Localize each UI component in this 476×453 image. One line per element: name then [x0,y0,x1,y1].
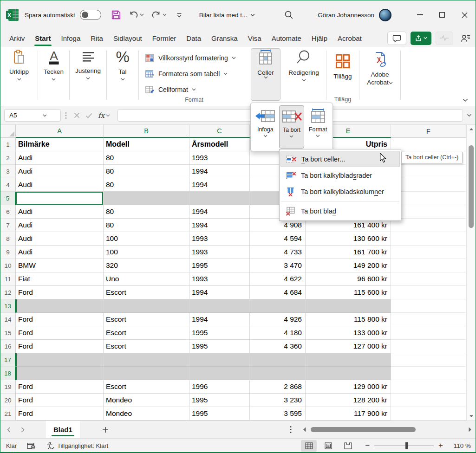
cell-a15[interactable]: Ford [16,326,104,340]
cell-e13[interactable] [306,299,391,313]
cell-c5[interactable] [189,192,250,205]
flyout-button-format[interactable]: Format [305,105,331,149]
cell-e16[interactable]: 127 000 kr [306,340,391,353]
insert-function-button[interactable]: fx [98,111,110,120]
cell-e20[interactable]: 128 200 kr [306,394,391,407]
chevron-down-icon[interactable] [163,13,167,16]
cell-d15[interactable]: 4 180 [250,326,306,340]
cell-a13[interactable] [16,299,104,313]
cell-a17[interactable] [16,353,104,367]
cell-b13[interactable] [104,299,189,313]
cell-e14[interactable]: 115 800 kr [306,313,391,326]
cell-a12[interactable]: Ford [16,286,104,299]
cell-b1[interactable]: Modell [104,138,189,151]
cell-d16[interactable]: 4 360 [250,340,306,353]
cell-d10[interactable]: 3 470 [250,259,306,272]
cancel-icon[interactable] [74,112,80,118]
column-header-b[interactable]: B [104,125,189,138]
cell-b3[interactable]: 80 [104,165,189,178]
cell-c15[interactable]: 1995 [189,326,250,340]
row-header-12[interactable]: 12 [0,286,16,299]
cell-e12[interactable]: 115 600 kr [306,286,391,299]
autosave-toggle[interactable] [80,10,101,20]
cell-a14[interactable]: Ford [16,313,104,326]
cell-e10[interactable]: 149 200 kr [306,259,391,272]
cell-c6[interactable]: 1994 [189,205,250,219]
cell-d11[interactable]: 4 622 [250,272,306,286]
menu-item-ta-bort-kalkylbladskolumner[interactable]: Ta bort kalkylbladskolumner [280,183,400,200]
cell-c18[interactable] [189,367,250,380]
cell-e17[interactable] [306,353,391,367]
cell-f20[interactable] [391,394,466,407]
cell-b12[interactable]: Escort [104,286,189,299]
vertical-scrollbar[interactable] [466,125,476,421]
row-header-7[interactable]: 7 [0,219,16,232]
tab-visa[interactable]: Visa [243,29,267,47]
cell-e11[interactable]: 96 600 kr [306,272,391,286]
cell-c3[interactable]: 1994 [189,165,250,178]
cell-b4[interactable]: 80 [104,178,189,192]
zoom-slider-thumb[interactable] [405,442,408,449]
row-header-20[interactable]: 20 [0,394,16,407]
cell-c17[interactable] [189,353,250,367]
cell-e9[interactable]: 161 700 kr [306,246,391,259]
cell-f3[interactable] [391,165,466,178]
cell-f15[interactable] [391,326,466,340]
row-header-14[interactable]: 14 [0,313,16,326]
cell-f10[interactable] [391,259,466,272]
share-button[interactable] [411,32,431,45]
cell-e8[interactable]: 130 600 kr [306,232,391,246]
cell-a9[interactable]: Audi [16,246,104,259]
column-header-c[interactable]: C [189,125,250,138]
cell-b9[interactable]: 100 [104,246,189,259]
cell-a18[interactable] [16,367,104,380]
resize-handle-icon[interactable] [65,112,67,119]
cell-b10[interactable]: 320 [104,259,189,272]
cell-d17[interactable] [250,353,306,367]
cell-a5[interactable] [16,192,104,205]
ribbon-collapse-chevron-icon[interactable] [463,98,468,102]
document-title[interactable]: Bilar lista med t... [199,12,255,19]
select-all-corner[interactable] [0,125,16,138]
scroll-up-icon[interactable] [467,128,476,130]
cell-d13[interactable] [250,299,306,313]
formula-bar-expand-icon[interactable] [467,114,472,117]
zoom-in-button[interactable]: + [438,441,443,450]
page-break-view-button[interactable] [340,440,356,452]
maximize-button[interactable] [431,0,453,29]
cell-c2[interactable]: 1993 [189,151,250,165]
cell-b6[interactable]: 80 [104,205,189,219]
zoom-out-button[interactable]: − [365,441,370,450]
vertical-scrollbar-thumb[interactable] [469,145,474,228]
cell-d9[interactable]: 4 733 [250,246,306,259]
row-header-17[interactable]: 17 [0,353,16,367]
row-header-13[interactable]: 13 [0,299,16,313]
minimize-button[interactable] [409,0,431,29]
save-button[interactable] [111,10,121,20]
cell-c12[interactable]: 1994 [189,286,250,299]
cell-c20[interactable]: 1995 [189,394,250,407]
cell-f12[interactable] [391,286,466,299]
row-header-21[interactable]: 21 [0,407,16,421]
cell-f9[interactable] [391,246,466,259]
cell-b18[interactable] [104,367,189,380]
cell-a4[interactable]: Audi [16,178,104,192]
cell-a8[interactable]: Audi [16,232,104,246]
ribbon-item-formatera-som-tabell[interactable]: Formatera som tabell [145,66,228,81]
row-header-5[interactable]: 5 [0,192,16,205]
cell-b11[interactable]: Uno [104,272,189,286]
cell-d8[interactable]: 4 594 [250,232,306,246]
cell-c21[interactable]: 1995 [189,407,250,421]
cell-a7[interactable]: Audi [16,219,104,232]
flyout-button-infoga[interactable]: Infoga [253,105,278,149]
cell-f16[interactable] [391,340,466,353]
cell-b17[interactable] [104,353,189,367]
cell-a10[interactable]: BMW [16,259,104,272]
tab-infoga[interactable]: Infoga [56,29,86,47]
name-box[interactable]: A5 [4,109,61,122]
cell-a6[interactable]: Audi [16,205,104,219]
row-header-11[interactable]: 11 [0,272,16,286]
prev-sheet-icon[interactable] [7,427,11,433]
cell-c4[interactable]: 1994 [189,178,250,192]
cell-c13[interactable] [189,299,250,313]
